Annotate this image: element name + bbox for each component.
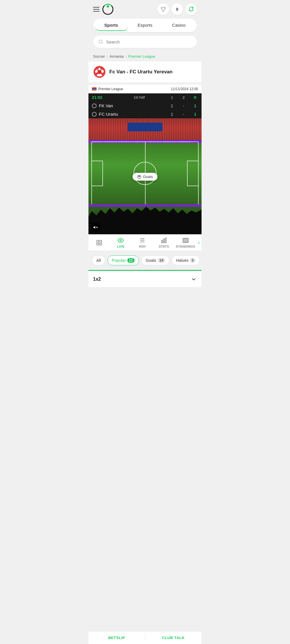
nav-live[interactable]: LIVE: [110, 234, 131, 251]
team1-dash: -: [181, 103, 186, 108]
bell-button[interactable]: [185, 3, 197, 15]
tab-esports[interactable]: Esports: [128, 20, 162, 31]
nav-standings-label: STANDINGS: [176, 245, 195, 248]
team1-scores: 1 - 1: [169, 103, 198, 108]
match-title-section: Fc Van - FC Urartu Yerevan: [88, 61, 202, 82]
green-divider: [88, 270, 202, 271]
team2-scores: 1 - 1: [169, 112, 198, 117]
filter-goals-label: Goals: [146, 258, 156, 263]
match-period: 1st half: [109, 95, 169, 99]
filter-popular[interactable]: Popular 11: [108, 255, 139, 265]
breadcrumb-sep1: ›: [106, 54, 108, 59]
search-bar[interactable]: [93, 36, 197, 48]
stats-icon: [161, 237, 167, 244]
svg-rect-19: [165, 238, 166, 243]
bottom-nav: BETSLIP CLUB TALK: [88, 631, 202, 644]
match-nav: LIVE H2H STATS STANDINGS ›: [88, 234, 202, 251]
team2-row: FC Urartu 1 - 1: [88, 110, 202, 118]
main-tab-bar: Sports Esports Casino: [93, 19, 197, 32]
logo-dot: [107, 5, 109, 8]
filter-halves-count: 3: [190, 258, 195, 263]
trophy-button[interactable]: [157, 3, 169, 15]
filter-goals-count: 14: [158, 258, 165, 263]
chevron-down-icon: [191, 276, 197, 282]
filter-halves[interactable]: Halves 3: [172, 255, 200, 265]
team1-name: FK Van: [99, 103, 169, 108]
svg-point-1: [99, 40, 102, 43]
team1-icon: [92, 104, 97, 108]
period-cols: 1 2 R: [169, 95, 198, 100]
app-header: 0: [88, 0, 202, 19]
svg-rect-18: [163, 239, 164, 243]
bottom-spacer: [88, 287, 202, 304]
armenia-flag: [92, 87, 97, 91]
h2h-icon: [139, 237, 146, 244]
nav-stats[interactable]: STATS: [153, 234, 175, 251]
filter-goals[interactable]: Goals 14: [141, 255, 169, 265]
svg-point-0: [192, 7, 193, 8]
club-talk-button[interactable]: CLUB TALK: [145, 632, 202, 644]
search-icon: [98, 39, 103, 44]
bet-title: 1x2: [93, 277, 101, 282]
league-info: Premier League: [92, 87, 123, 91]
score-row-header: 21:02 1st half 1 2 R: [88, 93, 202, 101]
period2-header: 2: [181, 95, 186, 100]
team2-dash: -: [181, 112, 186, 117]
notifications-count: 0: [176, 7, 178, 12]
goal-left: [91, 161, 103, 186]
breadcrumb-armenia[interactable]: Armenia: [110, 54, 124, 59]
app-logo: [102, 4, 113, 15]
score-section: Premier League 11/11/2024 12:00 21:02 1s…: [88, 85, 202, 118]
goals-icon: [137, 175, 141, 179]
breadcrumb-league[interactable]: Premier League: [128, 54, 155, 59]
filter-halves-label: Halves: [176, 258, 188, 263]
svg-rect-9: [97, 243, 99, 245]
match-date: 11/11/2024 12:00: [171, 87, 198, 91]
scoreboard: [128, 123, 162, 131]
team2-p1-score: 1: [169, 112, 175, 117]
betslip-button[interactable]: BETSLIP: [88, 632, 145, 644]
svg-rect-10: [100, 243, 102, 245]
team2-live-score: 1: [192, 112, 198, 117]
match-title: Fc Van - FC Urartu Yerevan: [109, 69, 173, 75]
nav-stats-label: STATS: [159, 245, 169, 248]
grid-icon: [96, 240, 102, 246]
filter-all[interactable]: All: [92, 255, 105, 265]
search-input[interactable]: [106, 39, 192, 44]
tab-sports[interactable]: Sports: [94, 20, 128, 31]
nav-live-label: LIVE: [117, 245, 125, 248]
tab-casino[interactable]: Casino: [162, 20, 196, 31]
nav-h2h-label: H2H: [139, 245, 146, 248]
svg-marker-4: [93, 226, 95, 228]
team1-row: FK Van 1 - 1: [88, 101, 202, 110]
svg-rect-17: [162, 240, 163, 243]
audience-silhouette: [88, 205, 202, 234]
team2-name: FC Urartu: [99, 112, 169, 117]
goals-button[interactable]: Goals: [133, 173, 157, 181]
bet-header[interactable]: 1x2: [88, 271, 202, 287]
bet-section: 1x2: [88, 271, 202, 287]
notifications-button[interactable]: 0: [171, 3, 183, 15]
standings-icon: [182, 237, 189, 244]
nav-arrow[interactable]: ›: [196, 234, 202, 251]
ad-banner-bottom: [88, 204, 202, 207]
filter-section: All Popular 11 Goals 14 Halves 3 Special…: [88, 251, 202, 270]
filter-popular-label: Popular: [112, 258, 126, 263]
period1-header: 1: [169, 95, 175, 100]
soccer-ball-icon: [93, 66, 106, 78]
breadcrumb-soccer[interactable]: Soccer: [93, 54, 105, 59]
menu-button[interactable]: [93, 7, 99, 12]
header-left: [93, 4, 113, 15]
team2-icon: [92, 112, 97, 117]
nav-grid[interactable]: [88, 234, 110, 251]
header-right: 0: [157, 3, 197, 15]
svg-rect-8: [100, 240, 102, 242]
team1-live-score: 1: [192, 103, 198, 108]
sound-button[interactable]: [91, 223, 100, 232]
breadcrumb-sep2: ›: [125, 54, 126, 59]
svg-rect-7: [97, 240, 99, 242]
league-name: Premier League: [98, 87, 123, 91]
svg-point-11: [120, 240, 122, 241]
nav-h2h[interactable]: H2H: [132, 234, 153, 251]
nav-standings[interactable]: STANDINGS: [175, 234, 196, 251]
